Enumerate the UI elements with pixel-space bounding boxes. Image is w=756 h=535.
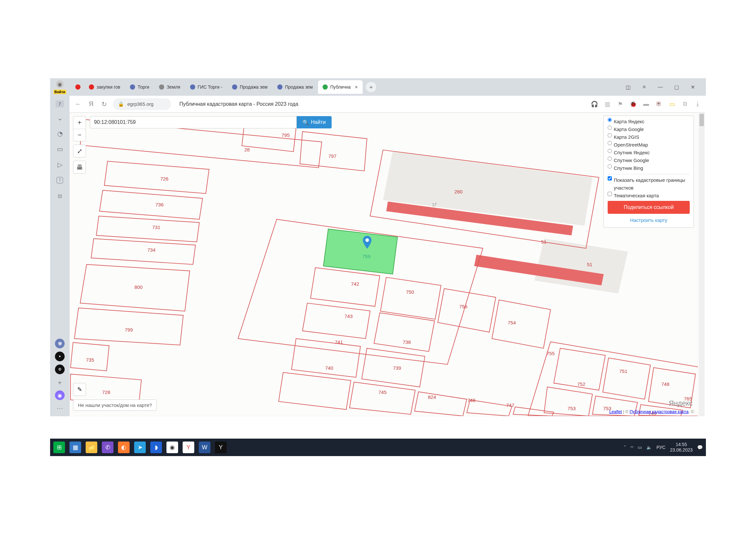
radio-icon[interactable] bbox=[608, 156, 612, 161]
close-icon[interactable]: ✕ bbox=[355, 85, 358, 90]
tab-4[interactable]: Продажа зем bbox=[228, 80, 272, 94]
bookmark-icon[interactable]: ⚑ bbox=[617, 100, 624, 108]
map-controls: + − ⤢ 🖶 bbox=[73, 116, 86, 174]
box-7-icon[interactable]: 7 bbox=[55, 175, 65, 185]
zoom-out-button[interactable]: − bbox=[73, 129, 86, 141]
panels-icon[interactable]: ◫ bbox=[624, 83, 632, 91]
map-pin-icon[interactable] bbox=[363, 236, 372, 249]
tray-cloud-icon[interactable]: ⌔ bbox=[631, 445, 633, 450]
reader-icon[interactable]: ▥ bbox=[604, 100, 611, 108]
download-icon[interactable]: ⭳ bbox=[694, 100, 701, 108]
ext-ladybug-icon[interactable]: 🐞 bbox=[630, 100, 637, 108]
ext-gov-icon[interactable]: ✾ bbox=[55, 339, 65, 348]
extensions-icon[interactable]: ⧉ bbox=[681, 100, 688, 108]
battery-icon[interactable]: ▭ bbox=[668, 100, 676, 108]
ext-dot-icon[interactable]: • bbox=[55, 352, 65, 361]
favicon-icon bbox=[159, 84, 164, 90]
window-close-icon[interactable]: ✕ bbox=[688, 83, 697, 91]
checkbox-thematic[interactable]: Тематическая карта bbox=[608, 192, 690, 200]
taskbar-app-store-icon[interactable]: ▦ bbox=[69, 441, 81, 453]
taskbar-app-icon[interactable]: ◗ bbox=[150, 441, 162, 453]
map-viewport[interactable]: 795 797 28 726 736 731 734 800 799 735 7… bbox=[69, 113, 698, 416]
search-button[interactable]: 🔍 Найти bbox=[297, 116, 332, 128]
yandex-logo: Яндекс bbox=[669, 399, 693, 408]
ext-phi-icon[interactable]: Ф bbox=[55, 365, 65, 374]
collection-icon[interactable]: ▭ bbox=[55, 144, 65, 154]
new-tab-button[interactable]: ＋ bbox=[366, 82, 376, 92]
maximize-icon[interactable]: ▢ bbox=[672, 83, 681, 91]
tab-0[interactable]: закупки гов bbox=[84, 80, 125, 94]
share-link-button[interactable]: Поделиться ссылкой bbox=[608, 201, 690, 214]
screenshot-icon[interactable]: ⧈ bbox=[55, 191, 65, 201]
menu-icon[interactable]: ≡ bbox=[640, 83, 648, 91]
chevron-down-icon[interactable]: ⌄ bbox=[55, 113, 65, 123]
back-icon[interactable]: ← bbox=[74, 100, 82, 108]
page-scrollbar[interactable] bbox=[699, 113, 705, 416]
ruler-button[interactable]: ✎ bbox=[73, 383, 86, 396]
user-avatar-icon: ◉ bbox=[56, 80, 64, 88]
checkbox-icon[interactable] bbox=[608, 176, 612, 181]
ext-cloud-icon[interactable]: ▬ bbox=[642, 100, 650, 108]
url-field[interactable]: 🔒 egrp365.org bbox=[113, 98, 171, 110]
tray-notifications-icon[interactable]: 💬 bbox=[697, 445, 703, 450]
login-button[interactable]: ◉ Войти bbox=[53, 80, 67, 95]
taskbar-yabrowser-icon[interactable]: Y bbox=[215, 441, 227, 453]
zoom-in-button[interactable]: + bbox=[73, 116, 86, 129]
taskbar-yandex-icon[interactable]: Y bbox=[183, 441, 194, 453]
layer-option-sat-yandex[interactable]: Спутник Яндекс bbox=[608, 149, 690, 156]
scrollbar-thumb[interactable] bbox=[699, 114, 704, 126]
radio-icon[interactable] bbox=[608, 118, 612, 122]
tab-3[interactable]: ГИС Торги - bbox=[185, 80, 227, 94]
layer-option-osm[interactable]: OpenStreetMap bbox=[608, 141, 690, 149]
tab-5[interactable]: Продажа зем bbox=[273, 80, 317, 94]
taskbar-chrome-icon[interactable]: ◉ bbox=[167, 441, 178, 453]
headphones-icon[interactable]: 🎧 bbox=[591, 100, 598, 108]
tray-volume-icon[interactable]: 🔈 bbox=[646, 445, 652, 450]
play-icon[interactable]: ▷ bbox=[55, 160, 65, 169]
source-link[interactable]: Публичная кадастровая карта bbox=[630, 409, 688, 414]
configure-map-link[interactable]: Настроить карту bbox=[608, 216, 690, 224]
clock-icon[interactable]: ◔ bbox=[55, 129, 65, 138]
leaflet-link[interactable]: Leaflet bbox=[609, 409, 622, 414]
layer-option-yandex[interactable]: Карта Яндекс bbox=[608, 118, 690, 126]
taskbar-word-icon[interactable]: W bbox=[199, 441, 210, 453]
print-button[interactable]: 🖶 bbox=[73, 161, 86, 174]
layer-option-2gis[interactable]: Карта 2GIS bbox=[608, 133, 690, 141]
taskbar-telegram-icon[interactable]: ➤ bbox=[134, 441, 146, 453]
yandex-icon[interactable]: Я bbox=[87, 100, 95, 108]
radio-icon[interactable] bbox=[608, 141, 612, 145]
layer-option-sat-bing[interactable]: Спутник Bing bbox=[608, 164, 690, 172]
alice-icon[interactable]: ◉ bbox=[55, 390, 65, 400]
fullscreen-button[interactable]: ⤢ bbox=[73, 145, 86, 157]
layer-option-google[interactable]: Карта Google bbox=[608, 126, 690, 133]
radio-icon[interactable] bbox=[608, 126, 612, 130]
reload-icon[interactable]: ↻ bbox=[100, 100, 108, 108]
cadastral-search-input[interactable] bbox=[90, 116, 297, 128]
help-chip[interactable]: Не нашли участок/дом на карте? bbox=[73, 400, 157, 411]
radio-icon[interactable] bbox=[608, 149, 612, 153]
pinned-tab-0[interactable] bbox=[72, 80, 84, 94]
more-icon[interactable]: ⋯ bbox=[55, 403, 65, 413]
layer-option-sat-google[interactable]: Спутник Google bbox=[608, 156, 690, 164]
tab-6-active[interactable]: Публична✕ bbox=[318, 80, 363, 94]
taskbar-explorer-icon[interactable]: 📁 bbox=[86, 441, 97, 453]
tabs-count-badge[interactable]: 7 bbox=[56, 100, 64, 107]
ext-shield-icon[interactable]: ⛨ bbox=[656, 100, 662, 108]
radio-icon[interactable] bbox=[608, 133, 612, 137]
tab-1[interactable]: Торги bbox=[125, 80, 154, 94]
tab-2[interactable]: Земля bbox=[154, 80, 185, 94]
checkbox-boundaries[interactable]: Показать кадастровые границы участков bbox=[608, 176, 690, 192]
add-panel-icon[interactable]: ＋ bbox=[55, 378, 65, 387]
tray-clock[interactable]: 14:55 23.06.2023 bbox=[670, 442, 693, 453]
start-menu-icon[interactable]: ⊞ bbox=[53, 441, 65, 453]
tray-language[interactable]: РУС bbox=[657, 445, 665, 450]
checkbox-icon[interactable] bbox=[608, 192, 612, 196]
tray-battery-icon[interactable]: ▭ bbox=[638, 445, 642, 450]
tab-label: Продажа зем bbox=[285, 84, 313, 90]
search-icon: 🔍 bbox=[303, 119, 309, 126]
taskbar-firefox-icon[interactable]: ◐ bbox=[118, 441, 130, 453]
radio-icon[interactable] bbox=[608, 164, 612, 169]
minimize-icon[interactable]: — bbox=[656, 83, 664, 91]
taskbar-viber-icon[interactable]: ✆ bbox=[102, 441, 114, 453]
tray-expand-icon[interactable]: ˄ bbox=[624, 445, 626, 450]
